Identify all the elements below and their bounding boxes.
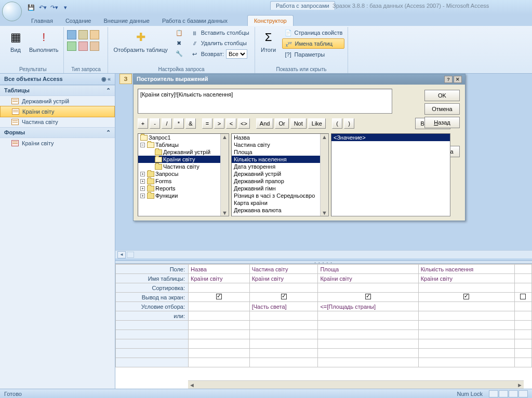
view-button[interactable]: ▦Вид xyxy=(5,28,26,65)
plus-icon[interactable]: + xyxy=(140,186,145,191)
op-minus[interactable]: - xyxy=(150,118,160,129)
append-qtype-icon[interactable] xyxy=(67,42,76,51)
insert-rows-button[interactable]: 📋 xyxy=(173,28,185,37)
update-qtype-icon[interactable] xyxy=(78,42,88,51)
plus-icon[interactable]: + xyxy=(140,179,145,184)
folder-icon xyxy=(147,179,154,184)
qat-customize-icon[interactable]: ▾ xyxy=(60,2,71,12)
insert-cols-button[interactable]: ⫼Вставить столбцы xyxy=(189,28,251,37)
tab-dbtools[interactable]: Работа с базами данных xyxy=(156,16,234,26)
run-icon: ! xyxy=(35,29,52,46)
nav-menu-icon[interactable]: ◉ xyxy=(101,76,107,83)
table-icon xyxy=(11,119,19,125)
table-names-button[interactable]: ᵪʸᶻИмена таблиц xyxy=(282,38,345,49)
folder-icon xyxy=(147,171,154,177)
nav-forms-header[interactable]: Формы⌃ xyxy=(0,127,115,138)
view-pivot-icon[interactable] xyxy=(518,390,528,397)
expression-textarea[interactable]: [Країни світу]![Кількість населення] xyxy=(138,89,392,114)
totals-button[interactable]: ΣИтоги xyxy=(258,28,279,65)
maketable-qtype-icon[interactable] xyxy=(90,30,99,39)
view-design-icon[interactable] xyxy=(509,390,518,397)
close-icon[interactable]: ✕ xyxy=(454,76,462,83)
op-amp[interactable]: & xyxy=(185,118,196,129)
show-table-button[interactable]: ✚Отобразить таблицу xyxy=(111,28,169,65)
sigma-icon: Σ xyxy=(260,29,277,46)
folder-icon xyxy=(147,193,154,199)
tab-external[interactable]: Внешние данные xyxy=(98,16,156,26)
field-list[interactable]: Назва Частина світу Площа Кількість насе… xyxy=(231,133,329,216)
scroll-thumb[interactable] xyxy=(127,252,134,258)
status-ready: Готово xyxy=(4,391,22,397)
delete-rows-button[interactable]: ✖ xyxy=(173,38,185,48)
view-datasheet-icon[interactable] xyxy=(489,390,498,397)
op-rparen[interactable]: ) xyxy=(344,118,354,129)
office-button[interactable] xyxy=(2,2,22,21)
plus-icon[interactable]: + xyxy=(140,194,145,198)
delete-qtype-icon[interactable] xyxy=(90,42,99,51)
nav-form-item[interactable]: Країни світу xyxy=(0,138,115,148)
op-ne[interactable]: <> xyxy=(238,118,250,129)
select-qtype-icon[interactable] xyxy=(67,30,76,39)
op-lt[interactable]: < xyxy=(226,118,236,129)
tablenames-icon: ᵪʸᶻ xyxy=(285,39,293,48)
builder-button[interactable]: 🔧 xyxy=(173,49,185,58)
back-button[interactable]: Назад xyxy=(424,117,460,128)
scroll-left-icon[interactable]: ◄ xyxy=(117,251,126,258)
plus-icon[interactable]: + xyxy=(140,172,145,176)
folder-icon xyxy=(155,149,162,155)
op-gt[interactable]: > xyxy=(214,118,224,129)
category-tree[interactable]: Запрос1 −Таблицы Державний устрій Країни… xyxy=(138,133,229,216)
group-showhide: Показать или скрыть xyxy=(258,65,345,73)
ok-button[interactable]: OK xyxy=(424,90,460,101)
view-icon: ▦ xyxy=(7,29,24,46)
op-mul[interactable]: * xyxy=(174,118,184,129)
op-div[interactable]: / xyxy=(162,118,172,129)
redo-icon[interactable]: ↷▾ xyxy=(49,2,59,12)
checkbox-icon xyxy=(463,294,469,299)
op-eq[interactable]: = xyxy=(202,118,212,129)
undo-icon[interactable]: ↶▾ xyxy=(37,2,48,12)
op-and[interactable]: And xyxy=(256,118,274,129)
op-not[interactable]: Not xyxy=(290,118,307,129)
nav-table-item[interactable]: Країни світу xyxy=(0,106,115,117)
folder-icon xyxy=(147,186,154,191)
scrollbar[interactable]: ▲▼ xyxy=(320,134,328,216)
return-select[interactable]: Все xyxy=(226,49,247,59)
status-numlock: Num Lock xyxy=(457,391,483,397)
nav-tables-header[interactable]: Таблицы⌃ xyxy=(0,85,115,96)
crosstab-qtype-icon[interactable] xyxy=(78,30,88,39)
cancel-button[interactable]: Отмена xyxy=(424,103,460,115)
op-plus[interactable]: + xyxy=(138,118,148,129)
view-sql-icon[interactable] xyxy=(499,390,508,397)
property-sheet-button[interactable]: 📄Страница свойств xyxy=(282,28,345,37)
checkbox-icon xyxy=(520,294,526,299)
group-setup: Настройка запроса xyxy=(111,65,251,73)
tab-create[interactable]: Создание xyxy=(59,16,98,26)
help-icon[interactable]: ? xyxy=(444,76,453,83)
nav-table-item[interactable]: Державний устрій xyxy=(0,96,115,106)
insert-rows-icon: 📋 xyxy=(175,29,183,37)
op-lparen[interactable]: ( xyxy=(332,118,342,129)
checkbox-icon xyxy=(216,294,222,299)
nav-header[interactable]: Все объекты Access◉ « xyxy=(0,74,115,85)
op-like[interactable]: Like xyxy=(308,118,326,129)
delete-cols-button[interactable]: ⫽Удалить столбцы xyxy=(189,38,251,48)
form-icon xyxy=(11,140,19,146)
op-or[interactable]: Or xyxy=(275,118,288,129)
folder-icon xyxy=(140,135,148,141)
value-list[interactable]: <Значение> xyxy=(331,133,450,216)
document-tab[interactable]: З xyxy=(119,74,132,84)
parameters-button[interactable]: [?]Параметры xyxy=(282,50,345,59)
grid-hscroll[interactable]: ◄► xyxy=(188,380,524,389)
minus-icon[interactable]: − xyxy=(140,143,145,147)
run-button[interactable]: !Выполнить xyxy=(27,28,60,65)
scrollbar[interactable]: ▲▼ xyxy=(220,134,229,216)
tab-design[interactable]: Конструктор xyxy=(247,15,294,26)
checkbox-icon xyxy=(365,294,371,299)
collapse-icon: ⌃ xyxy=(106,87,111,94)
nav-table-item[interactable]: Частина світу xyxy=(0,117,115,127)
nav-collapse-icon[interactable]: « xyxy=(108,76,111,83)
tab-home[interactable]: Главная xyxy=(25,16,59,26)
query-design-grid: Поле: НазваЧастина світуПлощаКількість н… xyxy=(115,264,532,389)
save-icon[interactable]: 💾 xyxy=(26,2,36,12)
